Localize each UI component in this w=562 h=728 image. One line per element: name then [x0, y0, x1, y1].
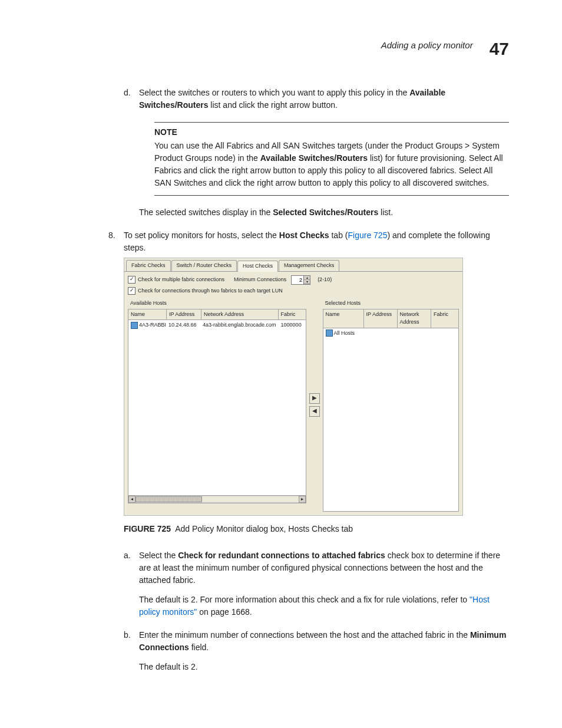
step-b-paragraph-2: The default is 2.	[139, 661, 509, 673]
step-8-marker: 8.	[108, 229, 124, 684]
step-a-body: Select the Check for redundant connectio…	[139, 549, 509, 618]
step-a-marker: a.	[124, 549, 139, 618]
tab-switch-router-checks[interactable]: Switch / Router Checks	[171, 260, 237, 271]
available-hosts-header: Name IP Address Network Address Fabric	[128, 309, 306, 321]
available-hosts-body[interactable]: 4A3-RABBIT 10.24.48.66 4a3-rabbit.englab…	[128, 320, 306, 503]
scroll-left-icon[interactable]: ◂	[128, 496, 135, 503]
note-heading: NOTE	[154, 126, 509, 139]
tab-fabric-checks[interactable]: Fabric Checks	[126, 260, 171, 271]
tab-host-checks[interactable]: Host Checks	[237, 261, 278, 272]
header-title: Adding a policy monitor	[381, 39, 473, 52]
selected-hosts-header: Name IP Address Network Address Fabric	[323, 309, 459, 328]
check-multiple-fabric-checkbox[interactable]: ✓	[128, 276, 135, 284]
after-note-paragraph: The selected switches display in the Sel…	[139, 206, 509, 219]
min-connections-spinner[interactable]: ▴▾	[291, 275, 310, 285]
step-d-text: Select the switches or routers to which …	[139, 87, 509, 219]
add-policy-monitor-dialog: Fabric ChecksSwitch / Router ChecksHost …	[124, 258, 463, 516]
scroll-thumb[interactable]	[135, 496, 202, 502]
min-connections-input[interactable]	[292, 277, 303, 283]
step-b-body: Enter the minimum number of connections …	[139, 629, 509, 673]
check-two-fabrics-label: Check for connections through two fabric…	[138, 287, 283, 295]
min-connections-label: Minimum Connections	[234, 276, 286, 284]
step-8-body: To set policy monitors for hosts, select…	[124, 229, 509, 684]
spinner-up-icon[interactable]: ▴	[304, 276, 310, 280]
horizontal-scrollbar[interactable]: ◂ ▸	[128, 495, 306, 503]
tab-management-checks[interactable]: Management Checks	[279, 260, 339, 271]
note-block: NOTE You can use the All Fabrics and All…	[154, 122, 509, 196]
host-icon	[326, 330, 333, 337]
step-d-post: list and click the right arrow button.	[208, 100, 337, 110]
selected-hosts-title: Selected Hosts	[323, 298, 459, 309]
step-b-marker: b.	[124, 629, 139, 673]
move-right-button[interactable]: ▶	[309, 393, 320, 404]
available-hosts-title: Available Hosts	[128, 298, 306, 309]
check-two-fabrics-checkbox[interactable]: ✓	[128, 287, 135, 295]
note-body: You can use the All Fabrics and All SAN …	[154, 140, 509, 189]
table-row[interactable]: 4A3-RABBIT 10.24.48.66 4a3-rabbit.englab…	[128, 320, 306, 331]
chapter-number: 47	[490, 35, 509, 62]
table-row[interactable]: All Hosts	[323, 328, 458, 339]
min-connections-range: (2-10)	[318, 276, 332, 284]
step-d-marker: d.	[124, 87, 139, 219]
spinner-down-icon[interactable]: ▾	[304, 280, 310, 284]
scroll-right-icon[interactable]: ▸	[299, 496, 306, 503]
page-header: Adding a policy monitor 47	[53, 35, 509, 62]
figure-caption: FIGURE 725 Add Policy Monitor dialog box…	[124, 523, 509, 535]
figure-ref-725[interactable]: Figure 725	[348, 230, 388, 240]
selected-hosts-body[interactable]: All Hosts	[323, 328, 459, 512]
move-left-button[interactable]: ◀	[309, 406, 320, 417]
step-d-pre: Select the switches or routers to which …	[139, 88, 409, 97]
check-multiple-fabric-label: Check for multiple fabric connections	[138, 276, 224, 284]
host-icon	[131, 322, 138, 329]
